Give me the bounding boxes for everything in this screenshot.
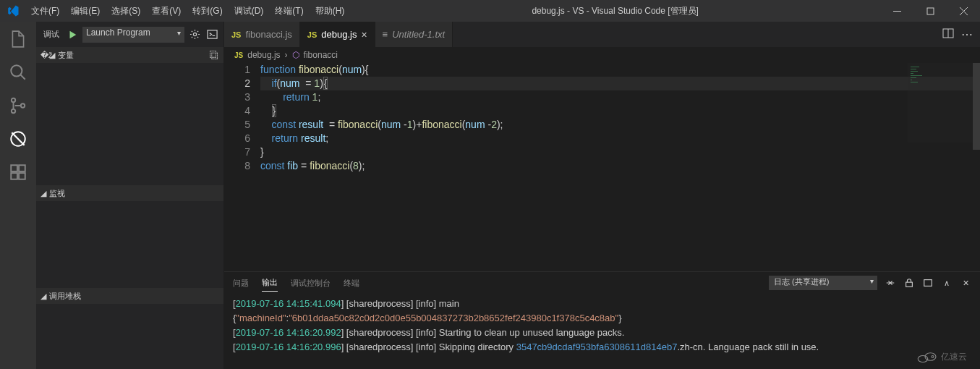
log-line: [2019-07-16 14:16:20.996] [sharedprocess… xyxy=(233,340,971,355)
editor-tab[interactable]: JSdebug.js× xyxy=(300,22,375,47)
panel-tabs: 问题输出调试控制台终端 日志 (共享进程) ∧ ✕ xyxy=(224,272,980,294)
variables-header[interactable]: �ž ◢ 变量 ⿻ xyxy=(36,47,223,63)
svg-point-3 xyxy=(12,109,15,113)
line-number: 3 xyxy=(224,90,250,104)
chevron-down-icon: �ž xyxy=(41,51,46,60)
editor-tabs: JSfibonacci.jsJSdebug.js×≡Untitled-1.txt… xyxy=(224,22,980,47)
close-button[interactable] xyxy=(947,0,980,22)
breadcrumb-file: debug.js xyxy=(247,50,280,60)
menu-item[interactable]: 编辑(E) xyxy=(65,0,106,22)
panel-tab[interactable]: 输出 xyxy=(262,274,278,292)
log-line: [2019-07-16 14:15:41.094] [sharedprocess… xyxy=(233,297,971,311)
svg-rect-0 xyxy=(927,8,934,14)
open-icon[interactable] xyxy=(922,277,934,289)
log-line: [2019-07-16 14:16:20.992] [sharedprocess… xyxy=(233,326,971,340)
code-line[interactable]: if(num = 1){ xyxy=(260,77,980,90)
line-number: 4 xyxy=(224,104,250,118)
tab-label: fibonacci.js xyxy=(245,29,291,40)
tab-label: Untitled-1.txt xyxy=(392,29,445,40)
gear-icon[interactable] xyxy=(187,27,202,42)
code-editor[interactable]: 12345678 function fibonacci(num){ if(num… xyxy=(224,63,980,271)
svg-rect-6 xyxy=(11,165,17,171)
source-control-icon[interactable] xyxy=(8,96,28,116)
activity-bar xyxy=(0,22,36,369)
panel-tab[interactable]: 调试控制台 xyxy=(291,275,331,292)
variables-body xyxy=(36,63,223,185)
editor-tab[interactable]: JSfibonacci.js xyxy=(224,22,300,47)
chevron-down-icon: ◢ xyxy=(41,292,46,301)
close-icon[interactable]: ✕ xyxy=(960,277,971,289)
search-icon[interactable] xyxy=(8,62,28,82)
watch-label: 监视 xyxy=(49,188,65,199)
code-line[interactable]: return 1; xyxy=(260,90,980,104)
line-number: 8 xyxy=(224,159,250,173)
code-line[interactable]: function fibonacci(num){ xyxy=(260,63,980,77)
start-debug-button[interactable] xyxy=(65,27,80,42)
log-channel-select[interactable]: 日志 (共享进程) xyxy=(769,276,877,290)
code-line[interactable]: const result = fibonacci(num -1)+fibonac… xyxy=(260,118,980,132)
lock-icon[interactable] xyxy=(903,277,915,289)
menu-item[interactable]: 选择(S) xyxy=(106,0,146,22)
chevron-up-icon[interactable]: ∧ xyxy=(941,277,953,289)
svg-point-2 xyxy=(12,98,15,102)
tabs-actions: ⋯ xyxy=(942,22,980,47)
svg-point-10 xyxy=(193,33,196,35)
menu-item[interactable]: 帮助(H) xyxy=(310,0,351,22)
code-line[interactable]: const fib = fibonacci(8); xyxy=(260,159,980,173)
line-gutter: 12345678 xyxy=(224,63,260,271)
window-title: debug.js - VS - Visual Studio Code [管理员] xyxy=(350,5,880,17)
code-line[interactable]: } xyxy=(260,104,980,118)
menu-item[interactable]: 转到(G) xyxy=(187,0,228,22)
debug-config-select[interactable]: Launch Program xyxy=(82,27,184,43)
debug-console-icon[interactable] xyxy=(205,27,219,42)
file-icon: ≡ xyxy=(383,29,388,40)
menu-item[interactable]: 查看(V) xyxy=(146,0,187,22)
maximize-button[interactable] xyxy=(913,0,947,22)
chevron-down-icon: ◢ xyxy=(41,189,46,198)
line-number: 7 xyxy=(224,145,250,159)
debug-icon[interactable] xyxy=(8,129,28,149)
method-icon: ⬡ xyxy=(292,50,299,60)
minimap[interactable]: ▬▬▬▬▬▬▬▬▬▬▬▬▬▬▬▬▬▬▬▬▬▬▬▬▬▬▬▬▬▬▬▬▬▬▬ xyxy=(908,63,973,143)
menu-bar: 文件(F)编辑(E)选择(S)查看(V)转到(G)调试(D)终端(T)帮助(H) xyxy=(25,0,350,22)
js-icon: JS xyxy=(234,51,243,59)
debug-label: 调试 xyxy=(41,29,62,40)
extensions-icon[interactable] xyxy=(8,162,28,182)
code-line[interactable]: return result; xyxy=(260,132,980,145)
panel-tab[interactable]: 终端 xyxy=(344,275,359,292)
split-editor-icon[interactable] xyxy=(942,27,954,41)
line-number: 6 xyxy=(224,132,250,145)
close-icon[interactable]: × xyxy=(361,29,367,41)
title-bar: 文件(F)编辑(E)选择(S)查看(V)转到(G)调试(D)终端(T)帮助(H)… xyxy=(0,0,980,22)
more-icon[interactable]: ⋯ xyxy=(961,27,973,41)
callstack-header[interactable]: ◢ 调用堆栈 xyxy=(36,288,223,304)
collapse-icon[interactable]: ⿻ xyxy=(210,50,219,61)
chevron-right-icon: › xyxy=(285,50,288,60)
code-content[interactable]: function fibonacci(num){ if(num = 1){ re… xyxy=(260,63,980,271)
clear-icon[interactable] xyxy=(885,277,896,289)
variables-label: 变量 xyxy=(58,50,74,61)
minimize-button[interactable] xyxy=(880,0,913,22)
svg-rect-9 xyxy=(19,165,25,171)
output-body[interactable]: [2019-07-16 14:15:41.094] [sharedprocess… xyxy=(224,294,980,369)
breadcrumb[interactable]: JS debug.js › ⬡ fibonacci xyxy=(224,47,980,63)
menu-item[interactable]: 调试(D) xyxy=(229,0,270,22)
debug-sidebar: 调试 Launch Program �ž ◢ 变量 ⿻ ◢ 监视 ◢ 调用堆栈 xyxy=(36,22,224,369)
menu-item[interactable]: 文件(F) xyxy=(25,0,65,22)
watch-header[interactable]: ◢ 监视 xyxy=(36,185,223,201)
callstack-body xyxy=(36,304,223,369)
js-icon: JS xyxy=(231,30,241,39)
window-controls xyxy=(880,0,980,22)
svg-rect-8 xyxy=(19,173,25,179)
editor-tab[interactable]: ≡Untitled-1.txt xyxy=(375,22,453,47)
code-line[interactable]: } xyxy=(260,145,980,159)
panel-tab[interactable]: 问题 xyxy=(233,275,249,292)
scrollbar[interactable] xyxy=(973,63,980,150)
js-icon: JS xyxy=(307,30,317,39)
watermark: 亿速云 xyxy=(916,350,967,363)
svg-rect-13 xyxy=(906,282,913,287)
explorer-icon[interactable] xyxy=(8,29,28,49)
menu-item[interactable]: 终端(T) xyxy=(269,0,309,22)
line-number: 5 xyxy=(224,118,250,132)
svg-rect-7 xyxy=(11,173,17,179)
